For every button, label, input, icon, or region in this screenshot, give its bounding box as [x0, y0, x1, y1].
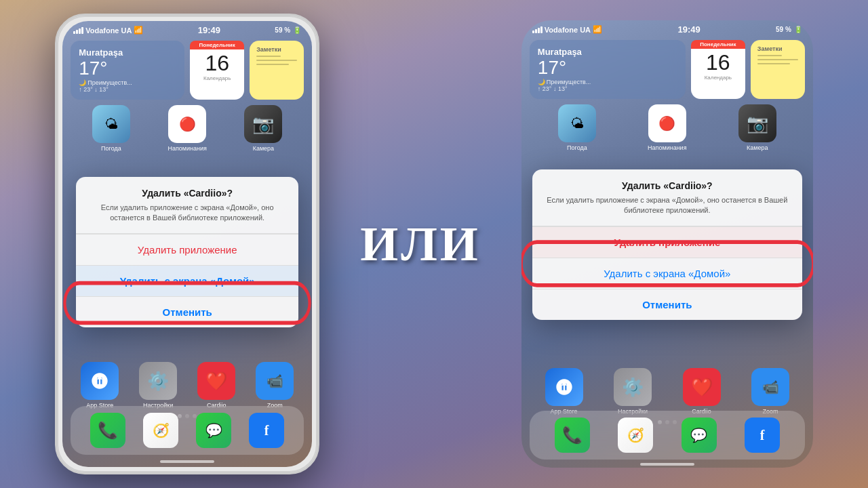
right-settings-icon-item: ⚙️ Настройки	[614, 368, 652, 415]
left-notes-label: Заметки	[256, 46, 297, 53]
right-weather-app: 🌤 Погода	[558, 104, 596, 151]
right-cal-day: 16	[706, 52, 730, 73]
left-carrier-name: Vodafone UA	[85, 26, 132, 35]
right-weather-app-icon: 🌤	[558, 104, 596, 142]
left-dock-messages: 💬	[196, 413, 231, 448]
right-notes-line1	[757, 55, 782, 56]
right-notes-line3	[757, 63, 790, 64]
right-dock: 📞 🧭 💬 f	[530, 411, 805, 460]
left-battery-pct: 59 %	[275, 26, 290, 34]
right-battery-area: 59 % 🔋	[776, 26, 802, 33]
right-carrier-name: Vodafone UA	[545, 26, 591, 34]
left-dock-safari: 🧭	[143, 413, 178, 448]
right-phone-screen: Vodafone UA 📶 19:49 59 % 🔋 Muratpaşa 17°	[521, 20, 813, 468]
right-dock-messages: 💬	[682, 418, 717, 453]
left-home-indicator	[160, 460, 214, 463]
left-battery-icon: 🔋	[293, 26, 301, 34]
left-widgets: Muratpaşa 17° 🌙 Преимуществ... ↑ 23° ↓ 1…	[62, 38, 312, 157]
left-notes-widget: Заметки	[250, 41, 304, 100]
content-wrapper: Vodafone UA 📶 19:49 59 % 🔋 Muratpaşa 17°	[0, 0, 868, 488]
left-moon-icon: 🌙	[79, 79, 86, 86]
left-weather-condition: 🌙 Преимуществ...	[79, 79, 176, 86]
right-reminders-app: 🔴 Напоминания	[648, 104, 686, 151]
left-camera-label: Камера	[253, 145, 274, 152]
left-weather-widget: Muratpaşa 17° 🌙 Преимуществ... ↑ 23° ↓ 1…	[71, 41, 184, 100]
right-reminders-icon: 🔴	[648, 104, 686, 142]
right-reminders-label: Напоминания	[648, 144, 686, 151]
left-notes-line1	[256, 56, 281, 57]
left-cardiio-icon: ❤️	[197, 362, 235, 400]
left-weather-temp: 17°	[79, 58, 176, 79]
right-weather-city: Muratpaşa	[538, 47, 677, 57]
right-dialog-message: Если удалить приложение с экрана «Домой»…	[543, 195, 791, 226]
right-widget-row1: Muratpaşa 17° 🌙 Преимуществ... ↑ 23° ↓ 1…	[530, 40, 805, 99]
right-camera-label: Камера	[747, 144, 768, 151]
left-camera-app: 📷 Камера	[244, 105, 282, 152]
left-notes-lines	[256, 56, 297, 65]
right-action-sheet: Удалить «Cardiio»? Если удалить приложен…	[532, 169, 802, 320]
left-weather-app: 🌤 Погода	[92, 105, 130, 152]
right-weather-range: ↑ 23° ↓ 13°	[538, 85, 677, 92]
right-cardiio-icon-item: ❤️ Cardiio	[683, 368, 721, 415]
right-settings-icon: ⚙️	[614, 368, 652, 406]
left-cal-header: Понедельник	[190, 41, 244, 49]
left-weather-city: Muratpaşa	[79, 47, 176, 58]
right-moon-icon: 🌙	[538, 79, 545, 85]
left-phone-screen: Vodafone UA 📶 19:49 59 % 🔋 Muratpaşa 17°	[62, 21, 312, 467]
right-remove-home-btn[interactable]: Удалить с экрана «Домой»	[532, 258, 802, 289]
right-weather-condition: 🌙 Преимуществ...	[538, 79, 677, 85]
right-camera-app: 📷 Камера	[738, 104, 776, 151]
right-zoom-icon-item: 📹 Zoom	[751, 368, 789, 415]
right-notes-widget: Заметки	[751, 40, 805, 99]
right-time: 19:49	[677, 24, 700, 35]
right-battery-icon: 🔋	[794, 26, 802, 33]
right-home-indicator	[640, 463, 694, 466]
left-settings-icon: ⚙️	[139, 362, 177, 400]
left-weather-app-label: Погода	[101, 145, 121, 152]
right-calendar-widget: Понедельник 16 Календарь	[691, 40, 745, 99]
right-dock-phone: 📞	[555, 418, 590, 453]
left-appstore-icon	[81, 362, 119, 400]
left-cancel-btn[interactable]: Отменить	[76, 296, 298, 327]
right-zoom-icon: 📹	[751, 368, 789, 406]
right-signal-icon	[532, 26, 542, 33]
right-widgets: Muratpaşa 17° 🌙 Преимуществ... ↑ 23° ↓ 1…	[521, 37, 813, 157]
right-cal-header: Понедельник	[691, 40, 745, 49]
left-signal-icon	[73, 27, 83, 34]
left-phone: Vodafone UA 📶 19:49 59 % 🔋 Muratpaşa 17°	[55, 14, 319, 474]
right-notes-line2	[757, 59, 798, 60]
left-zoom-icon-item: 📹 Zoom	[256, 362, 294, 409]
right-phone: Vodafone UA 📶 19:49 59 % 🔋 Muratpaşa 17°	[521, 20, 813, 468]
right-dock-safari: 🧭	[618, 418, 653, 453]
left-dock-phone: 📞	[90, 413, 125, 448]
left-widget-row1: Muratpaşa 17° 🌙 Преимуществ... ↑ 23° ↓ 1…	[71, 41, 304, 100]
left-action-sheet: Удалить «Cardiio»? Если удалить приложен…	[76, 177, 298, 327]
left-weather-app-icon: 🌤	[92, 105, 130, 143]
left-zoom-icon: 📹	[256, 362, 294, 400]
right-appstore-icon	[545, 368, 583, 406]
left-cal-label: Календарь	[203, 75, 231, 81]
left-reminders-label: Напоминания	[167, 145, 206, 152]
left-weather-range: ↑ 23° ↓ 13°	[79, 86, 176, 93]
left-remove-home-btn[interactable]: Удалить с экрана «Домой»	[76, 265, 298, 296]
left-calendar-widget: Понедельник 16 Календарь	[190, 41, 244, 100]
left-action-content: Удалить «Cardiio»? Если удалить приложен…	[76, 177, 298, 234]
left-cardiio-icon-item: ❤️ Cardiio	[197, 362, 235, 409]
left-row2-icons: 🌤 Погода 🔴 Напоминания 📷 Камера	[71, 105, 304, 152]
right-camera-icon: 📷	[738, 104, 776, 142]
left-notes-line2	[256, 60, 297, 61]
left-dock: 📞 🧭 💬 f	[71, 406, 304, 455]
right-cardiio-icon: ❤️	[683, 368, 721, 406]
left-time: 19:49	[198, 25, 220, 35]
right-row2-icons: 🌤 Погода 🔴 Напоминания 📷 Камера	[530, 104, 805, 151]
left-reminders-app: 🔴 Напоминания	[167, 105, 206, 152]
left-battery-area: 59 % 🔋	[275, 26, 301, 34]
right-delete-app-btn[interactable]: Удалить приложение	[532, 226, 802, 258]
left-settings-icon-item: ⚙️ Настройки	[139, 362, 177, 409]
right-status-bar: Vodafone UA 📶 19:49 59 % 🔋	[521, 20, 813, 37]
right-cancel-btn[interactable]: Отменить	[532, 289, 802, 320]
left-cal-day: 16	[205, 52, 229, 74]
left-reminders-icon: 🔴	[168, 105, 206, 143]
left-delete-app-btn[interactable]: Удалить приложение	[76, 234, 298, 265]
right-notes-label: Заметки	[757, 45, 798, 52]
